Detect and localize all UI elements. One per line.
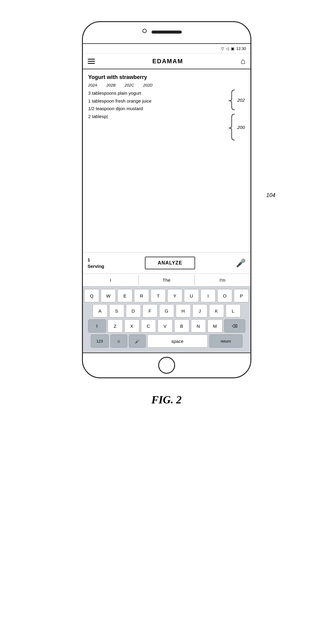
brace-200-svg bbox=[226, 113, 235, 141]
key-b[interactable]: B bbox=[174, 319, 189, 333]
serving-count: 1 bbox=[88, 257, 104, 263]
food-title: Yogurt with strawberry bbox=[88, 74, 245, 80]
ingredient-4: 2 tablesp| bbox=[88, 113, 224, 120]
key-c[interactable]: C bbox=[141, 319, 156, 333]
predictive-word-1[interactable]: I bbox=[83, 275, 139, 285]
home-button-header[interactable]: ⌂ bbox=[241, 57, 246, 66]
key-j[interactable]: J bbox=[192, 304, 207, 317]
key-k[interactable]: K bbox=[209, 304, 224, 317]
key-t[interactable]: T bbox=[151, 289, 166, 302]
key-f[interactable]: F bbox=[142, 304, 158, 317]
key-q[interactable]: Q bbox=[84, 289, 99, 302]
predictive-word-2[interactable]: The bbox=[139, 275, 195, 285]
key-x[interactable]: X bbox=[124, 319, 139, 333]
annotation-202a: 202A bbox=[88, 83, 97, 87]
key-n[interactable]: N bbox=[191, 319, 206, 333]
annotation-202b: 202B bbox=[106, 83, 116, 87]
app-title: EDAMAM bbox=[152, 58, 183, 65]
key-p[interactable]: P bbox=[234, 289, 249, 302]
key-shift[interactable]: ⇧ bbox=[88, 319, 106, 333]
status-bar: ▽ ◁ ▣ 12:30 bbox=[83, 44, 250, 54]
brace-label-202: 202 bbox=[237, 97, 245, 103]
key-u[interactable]: U bbox=[184, 289, 199, 302]
serving-label: Serving bbox=[88, 263, 104, 269]
phone-speaker bbox=[152, 31, 182, 34]
key-h[interactable]: H bbox=[176, 304, 191, 317]
content-area: Yogurt with strawberry 202A 202B 202C 20… bbox=[83, 69, 250, 252]
mic-icon[interactable]: 🎤 bbox=[236, 258, 246, 268]
key-a[interactable]: A bbox=[93, 304, 108, 317]
key-d[interactable]: D bbox=[126, 304, 141, 317]
network-icon: ◁ bbox=[226, 46, 229, 51]
key-l[interactable]: L bbox=[226, 304, 241, 317]
keyboard-row-3: ⇧ Z X C V B N M ⌫ bbox=[84, 319, 249, 333]
keyboard: Q W E R T Y U I O P A S D F G bbox=[83, 287, 250, 353]
menu-button[interactable] bbox=[88, 59, 95, 64]
key-y[interactable]: Y bbox=[167, 289, 182, 302]
app-header: EDAMAM ⌂ bbox=[83, 54, 250, 69]
phone-bottom-bar bbox=[83, 353, 250, 377]
ingredient-2: 1 tablespoon fresh orange juice bbox=[88, 97, 224, 105]
key-s[interactable]: S bbox=[109, 304, 124, 317]
ingredients-brace-area: 3 tablespoons plain yogurt 1 tablespoon … bbox=[88, 89, 245, 141]
home-button-physical[interactable] bbox=[158, 357, 175, 374]
key-z[interactable]: Z bbox=[108, 319, 123, 333]
key-r[interactable]: R bbox=[134, 289, 149, 302]
predictive-row: I The I'm bbox=[83, 274, 250, 287]
phone-diagram: 104 ▽ ◁ ▣ 12:30 EDAMAM bbox=[82, 12, 251, 378]
key-e[interactable]: E bbox=[117, 289, 132, 302]
reference-104: 104 bbox=[266, 192, 275, 199]
predictive-word-3[interactable]: I'm bbox=[195, 275, 250, 285]
key-123[interactable]: 123 bbox=[91, 334, 109, 348]
key-space[interactable]: space bbox=[147, 334, 208, 348]
ingredient-1: 3 tablespoons plain yogurt bbox=[88, 89, 224, 97]
brace-202-svg bbox=[226, 89, 235, 110]
annotation-labels-row: 202A 202B 202C 202D bbox=[88, 83, 245, 87]
brace-202-group: 202 bbox=[226, 89, 245, 110]
key-delete[interactable]: ⌫ bbox=[224, 319, 245, 333]
annotation-202d: 202D bbox=[143, 83, 152, 87]
ingredient-3: 1/2 teaspoon dijon mustard bbox=[88, 105, 224, 113]
phone-screen: ▽ ◁ ▣ 12:30 EDAMAM ⌂ Yogurt with strawbe… bbox=[83, 43, 250, 353]
serving-info: 1 Serving bbox=[88, 257, 104, 269]
ingredients-list: 3 tablespoons plain yogurt 1 tablespoon … bbox=[88, 89, 224, 141]
brace-label-200: 200 bbox=[237, 125, 245, 130]
keyboard-row-1: Q W E R T Y U I O P bbox=[84, 289, 249, 302]
status-icons: ▽ ◁ ▣ 12:30 bbox=[221, 46, 246, 51]
figure-caption: FIG. 2 bbox=[151, 393, 181, 406]
right-annotations: 202 200 bbox=[223, 89, 245, 141]
analyze-button[interactable]: ANALYZE bbox=[145, 257, 195, 269]
key-emoji[interactable]: ☺ bbox=[110, 334, 127, 348]
phone-top-bar bbox=[83, 22, 250, 43]
key-v[interactable]: V bbox=[158, 319, 173, 333]
key-g[interactable]: G bbox=[159, 304, 174, 317]
front-camera bbox=[142, 29, 147, 33]
key-return[interactable]: return bbox=[209, 334, 243, 348]
key-o[interactable]: O bbox=[217, 289, 232, 302]
key-i[interactable]: I bbox=[201, 289, 216, 302]
annotation-202c: 202C bbox=[125, 83, 134, 87]
phone-shell: ▽ ◁ ▣ 12:30 EDAMAM ⌂ Yogurt with strawbe… bbox=[82, 21, 251, 378]
key-m[interactable]: M bbox=[207, 319, 223, 333]
analyze-row: 1 Serving ANALYZE 🎤 bbox=[83, 252, 250, 274]
time-display: 12:30 bbox=[236, 46, 246, 51]
brace-200-group: 200 bbox=[226, 113, 245, 141]
keyboard-row-4: 123 ☺ 🎤 space return bbox=[84, 334, 249, 348]
sim-icon: ▣ bbox=[231, 46, 234, 51]
key-mic-keyboard[interactable]: 🎤 bbox=[129, 334, 146, 348]
key-w[interactable]: W bbox=[101, 289, 116, 302]
signal-icon: ▽ bbox=[221, 46, 224, 51]
keyboard-row-2: A S D F G H J K L bbox=[84, 304, 249, 317]
